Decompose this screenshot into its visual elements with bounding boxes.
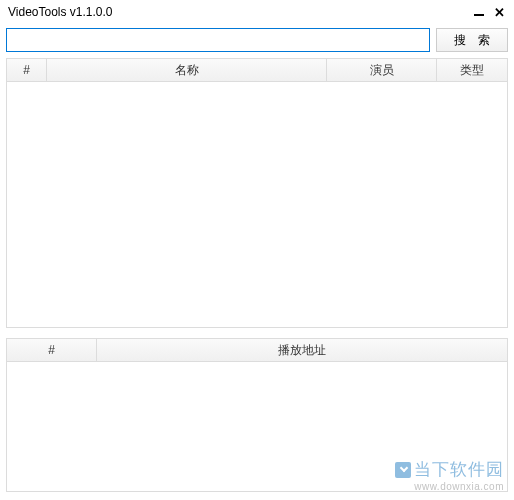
col-header-type[interactable]: 类型 — [437, 59, 507, 81]
col-header-playurl[interactable]: 播放地址 — [97, 339, 507, 361]
close-button[interactable] — [492, 5, 506, 19]
results-table-body[interactable] — [6, 82, 508, 328]
playurl-table-header: # 播放地址 — [6, 338, 508, 362]
col-header-index2[interactable]: # — [7, 339, 97, 361]
search-input[interactable] — [6, 28, 430, 52]
titlebar: VideoTools v1.1.0.0 — [0, 0, 514, 24]
search-row: 搜 索 — [0, 24, 514, 56]
search-button[interactable]: 搜 索 — [436, 28, 508, 52]
window-controls — [472, 5, 506, 19]
minimize-button[interactable] — [472, 5, 486, 19]
col-header-index[interactable]: # — [7, 59, 47, 81]
window-title: VideoTools v1.1.0.0 — [8, 5, 113, 19]
col-header-name[interactable]: 名称 — [47, 59, 327, 81]
results-table-header: # 名称 演员 类型 — [6, 58, 508, 82]
playurl-table-body[interactable] — [6, 362, 508, 492]
col-header-actor[interactable]: 演员 — [327, 59, 437, 81]
